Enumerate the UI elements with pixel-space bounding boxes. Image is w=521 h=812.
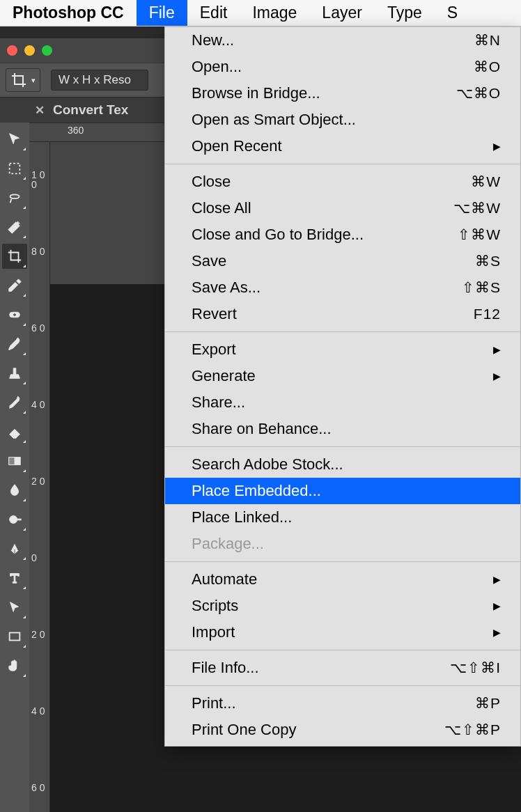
menu-item-shortcut: ⌥⌘W — [453, 200, 501, 217]
menu-item-label: Revert — [192, 305, 474, 323]
menu-item-close-all[interactable]: Close All⌥⌘W — [165, 195, 520, 221]
svg-rect-4 — [9, 458, 15, 465]
menu-overflow[interactable]: S — [435, 0, 470, 26]
menu-item-label: Save — [192, 252, 475, 270]
menu-item-export[interactable]: Export▶ — [165, 336, 520, 363]
svg-rect-6 — [17, 519, 21, 520]
crop-tool[interactable] — [2, 244, 27, 269]
history-brush-tool[interactable] — [2, 390, 27, 415]
clone-stamp-tool[interactable] — [2, 361, 27, 386]
marquee-tool[interactable] — [2, 156, 27, 181]
brush-tool[interactable] — [2, 331, 27, 357]
menu-item-shortcut: ⌥⇧⌘P — [444, 721, 501, 738]
menu-item-label: Open as Smart Object... — [192, 111, 501, 129]
menu-item-shortcut: ⌥⇧⌘I — [450, 659, 501, 676]
menu-item-label: Open Recent — [192, 137, 493, 155]
crop-icon — [10, 72, 27, 88]
crop-preset-input[interactable]: W x H x Reso — [51, 70, 148, 91]
menu-item-label: Share... — [192, 393, 501, 412]
menu-item-generate[interactable]: Generate▶ — [165, 363, 520, 389]
menu-item-share[interactable]: Share... — [165, 389, 520, 416]
menu-item-search-adobe-stock[interactable]: Search Adobe Stock... — [165, 451, 520, 478]
ruler-tick: 360 — [68, 125, 84, 136]
ruler-tick: 0 — [31, 553, 37, 563]
menu-item-scripts[interactable]: Scripts▶ — [165, 593, 520, 619]
hand-tool[interactable] — [2, 653, 27, 678]
menu-item-browse-in-bridge[interactable]: Browse in Bridge...⌥⌘O — [165, 80, 520, 107]
rectangle-tool[interactable] — [2, 624, 27, 649]
app-title: Photoshop CC — [0, 0, 137, 26]
menu-item-save[interactable]: Save⌘S — [165, 248, 520, 274]
menu-item-automate[interactable]: Automate▶ — [165, 566, 520, 593]
menu-item-new[interactable]: New...⌘N — [165, 27, 520, 54]
menu-item-label: Close and Go to Bridge... — [192, 226, 458, 244]
menu-item-share-on-behance[interactable]: Share on Behance... — [165, 416, 520, 442]
ruler-vertical: 1 0 0 8 0 6 0 4 0 2 0 0 2 0 4 0 6 0 — [29, 142, 50, 812]
menu-item-close[interactable]: Close⌘W — [165, 169, 520, 195]
ruler-tick: 6 0 — [31, 323, 45, 333]
zoom-window-icon[interactable] — [42, 45, 52, 56]
menu-type[interactable]: Type — [375, 0, 435, 26]
menu-file[interactable]: File — [137, 0, 187, 26]
menu-item-label: Export — [192, 341, 493, 359]
menu-item-shortcut: ⇧⌘S — [462, 279, 501, 296]
menu-item-import[interactable]: Import▶ — [165, 619, 520, 646]
minimize-window-icon[interactable] — [24, 45, 35, 56]
ruler-tick: 2 0 — [31, 630, 45, 639]
menu-item-label: Share on Behance... — [192, 420, 501, 438]
svg-point-5 — [10, 516, 17, 524]
tools-panel — [0, 123, 29, 812]
menu-item-print-one-copy[interactable]: Print One Copy⌥⇧⌘P — [165, 717, 520, 743]
close-window-icon[interactable] — [7, 45, 17, 56]
gradient-tool[interactable] — [2, 448, 27, 474]
svg-rect-7 — [10, 633, 20, 641]
menu-edit[interactable]: Edit — [187, 0, 240, 26]
type-tool[interactable] — [2, 565, 27, 591]
menu-item-place-embedded[interactable]: Place Embedded... — [165, 478, 520, 504]
magic-wand-tool[interactable] — [2, 214, 27, 240]
ruler-tick: 6 0 — [31, 783, 45, 793]
eraser-tool[interactable] — [2, 419, 27, 444]
menu-item-label: Close All — [192, 199, 453, 217]
eyedropper-tool[interactable] — [2, 273, 27, 298]
menu-bar: Photoshop CC File Edit Image Layer Type … — [0, 0, 521, 26]
menu-item-revert[interactable]: RevertF12 — [165, 301, 520, 327]
menu-item-shortcut: F12 — [474, 306, 501, 322]
menu-item-label: Automate — [192, 570, 493, 588]
lasso-tool[interactable] — [2, 185, 27, 210]
menu-item-open-as-smart-object[interactable]: Open as Smart Object... — [165, 107, 520, 133]
document-tab-label: Convert Tex — [53, 102, 128, 118]
crop-tool-preset[interactable]: ▾ — [6, 68, 40, 92]
menu-layer[interactable]: Layer — [309, 0, 375, 26]
chevron-down-icon: ▾ — [31, 76, 36, 85]
menu-item-label: Place Linked... — [192, 508, 501, 526]
menu-image[interactable]: Image — [240, 0, 309, 26]
menu-item-file-info[interactable]: File Info...⌥⇧⌘I — [165, 655, 520, 681]
submenu-arrow-icon: ▶ — [493, 574, 501, 585]
menu-item-label: Print... — [192, 694, 475, 712]
menu-item-label: Generate — [192, 367, 493, 385]
path-selection-tool[interactable] — [2, 595, 27, 620]
submenu-arrow-icon: ▶ — [493, 344, 501, 355]
healing-brush-tool[interactable] — [2, 302, 27, 327]
menu-item-shortcut: ⌘N — [474, 32, 501, 49]
blur-tool[interactable] — [2, 478, 27, 503]
ruler-tick: 4 0 — [31, 706, 45, 716]
menu-item-save-as[interactable]: Save As...⇧⌘S — [165, 274, 520, 301]
menu-item-label: Browse in Bridge... — [192, 84, 456, 102]
menu-item-place-linked[interactable]: Place Linked... — [165, 504, 520, 531]
menu-item-open-recent[interactable]: Open Recent▶ — [165, 133, 520, 159]
file-menu-dropdown: New...⌘NOpen...⌘OBrowse in Bridge...⌥⌘OO… — [164, 26, 521, 747]
ruler-tick: 2 0 — [31, 476, 45, 486]
dodge-tool[interactable] — [2, 507, 27, 532]
move-tool[interactable] — [2, 127, 27, 152]
menu-item-label: Close — [192, 173, 471, 191]
pen-tool[interactable] — [2, 536, 27, 561]
menu-item-open[interactable]: Open...⌘O — [165, 54, 520, 80]
menu-item-label: New... — [192, 31, 474, 49]
menu-item-print[interactable]: Print...⌘P — [165, 690, 520, 717]
menu-item-close-and-go-to-bridge[interactable]: Close and Go to Bridge...⇧⌘W — [165, 221, 520, 248]
menu-item-shortcut: ⌘O — [474, 58, 501, 75]
close-tab-icon[interactable]: ✕ — [35, 103, 45, 118]
submenu-arrow-icon: ▶ — [493, 627, 501, 638]
